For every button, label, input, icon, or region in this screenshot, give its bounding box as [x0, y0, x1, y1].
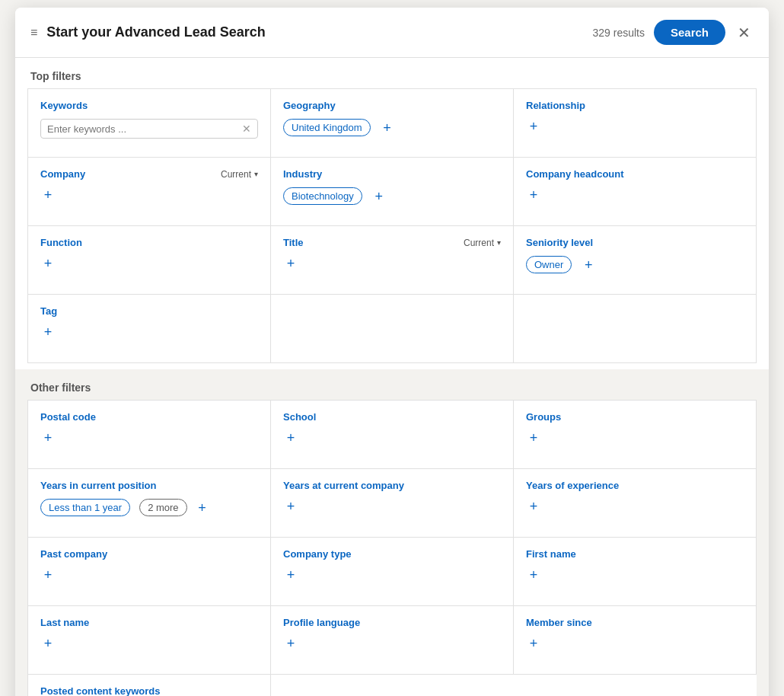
postal-code-add-btn[interactable]: +	[40, 430, 56, 445]
filter-last-name: Last name +	[28, 606, 271, 675]
title-chevron-icon: ▾	[497, 238, 501, 247]
keywords-clear-icon[interactable]: ✕	[242, 123, 251, 135]
other-filters-section: Other filters Postal code + School + Gro…	[15, 369, 769, 696]
tag-add-btn[interactable]: +	[40, 324, 56, 340]
geography-chip-uk[interactable]: United Kingdom	[283, 119, 371, 136]
filter-tag: Tag +	[28, 295, 271, 363]
filter-function: Function +	[28, 226, 271, 295]
company-chevron-icon: ▾	[254, 170, 258, 178]
years-position-chips: Less than 1 year 2 more +	[40, 499, 258, 516]
seniority-add-btn[interactable]: +	[581, 257, 596, 273]
past-company-add-btn[interactable]: +	[40, 567, 56, 583]
modal-title: Start your Advanced Lead Search	[46, 24, 265, 40]
keywords-input-wrap: ✕	[40, 119, 258, 139]
groups-add-btn[interactable]: +	[526, 430, 541, 445]
filter-member-since: Member since +	[514, 606, 757, 675]
seniority-chips: Owner +	[526, 256, 744, 273]
filter-company-headcount: Company headcount +	[514, 158, 757, 226]
filter-relationship: Relationship +	[514, 89, 757, 158]
years-experience-add-btn[interactable]: +	[526, 499, 541, 514]
filter-title: Title Current ▾ +	[271, 226, 514, 295]
years-position-chip-less1yr[interactable]: Less than 1 year	[40, 499, 130, 516]
other-filters-label: Other filters	[15, 369, 769, 400]
profile-language-add-btn[interactable]: +	[283, 636, 298, 651]
industry-chips: Biotechnology +	[283, 187, 501, 205]
years-position-add-btn[interactable]: +	[195, 500, 210, 516]
school-add-btn[interactable]: +	[283, 430, 298, 445]
filter-years-current-position: Years in current position Less than 1 ye…	[28, 469, 271, 538]
filter-school: School +	[271, 401, 514, 469]
company-headcount-add-btn[interactable]: +	[526, 187, 541, 203]
top-filters-section: Top filters Keywords ✕ Geography	[15, 58, 769, 369]
geography-chips: United Kingdom +	[283, 119, 501, 136]
filter-postal-code: Postal code +	[28, 401, 271, 469]
filter-keywords: Keywords ✕	[28, 89, 271, 158]
company-type-add-btn[interactable]: +	[283, 567, 298, 583]
filter-company-type: Company type +	[271, 538, 514, 606]
filter-seniority: Seniority level Owner +	[514, 226, 757, 295]
filter-company: Company Current ▾ +	[28, 158, 271, 226]
geography-add-btn[interactable]: +	[380, 120, 395, 136]
filter-profile-language: Profile language +	[271, 606, 514, 675]
filter-groups: Groups +	[514, 401, 757, 469]
industry-add-btn[interactable]: +	[371, 189, 387, 204]
modal-header: ≡ Start your Advanced Lead Search 329 re…	[15, 8, 769, 58]
filter-empty-1	[271, 295, 514, 363]
header-right: 329 results Search ✕	[592, 20, 754, 45]
top-filters-label: Top filters	[15, 58, 769, 88]
member-since-add-btn[interactable]: +	[526, 636, 541, 651]
title-current-badge[interactable]: Current ▾	[464, 238, 501, 248]
company-current-badge[interactable]: Current ▾	[221, 169, 258, 180]
seniority-chip-owner[interactable]: Owner	[526, 256, 572, 273]
function-add-btn[interactable]: +	[40, 256, 56, 271]
filter-past-company: Past company +	[28, 538, 271, 606]
company-add-btn[interactable]: +	[40, 187, 56, 203]
filter-first-name: First name +	[514, 538, 757, 606]
relationship-add-btn[interactable]: +	[526, 119, 541, 134]
years-position-more-chip[interactable]: 2 more	[139, 499, 186, 516]
top-filters-grid: Keywords ✕ Geography United Kingdom +	[27, 88, 757, 363]
filter-empty-2	[514, 295, 757, 363]
filter-geography: Geography United Kingdom +	[271, 89, 514, 158]
header-left: ≡ Start your Advanced Lead Search	[30, 24, 266, 40]
years-company-add-btn[interactable]: +	[283, 499, 298, 514]
keywords-input[interactable]	[47, 123, 242, 135]
title-add-btn[interactable]: +	[283, 256, 298, 271]
filter-posted-content-keywords: Posted content keywords ✕	[28, 675, 271, 696]
search-button[interactable]: Search	[654, 20, 725, 45]
filter-years-current-company: Years at current company +	[271, 469, 514, 538]
filter-lines-icon: ≡	[30, 26, 37, 40]
filter-years-experience: Years of experience +	[514, 469, 757, 538]
industry-chip-biotech[interactable]: Biotechnology	[283, 187, 362, 205]
first-name-add-btn[interactable]: +	[526, 567, 541, 583]
filter-industry: Industry Biotechnology +	[271, 158, 514, 226]
close-button[interactable]: ✕	[735, 22, 754, 43]
advanced-search-modal: ≡ Start your Advanced Lead Search 329 re…	[15, 8, 769, 696]
other-filters-grid: Postal code + School + Groups +	[27, 400, 757, 696]
last-name-add-btn[interactable]: +	[40, 636, 56, 651]
results-count: 329 results	[592, 27, 644, 39]
